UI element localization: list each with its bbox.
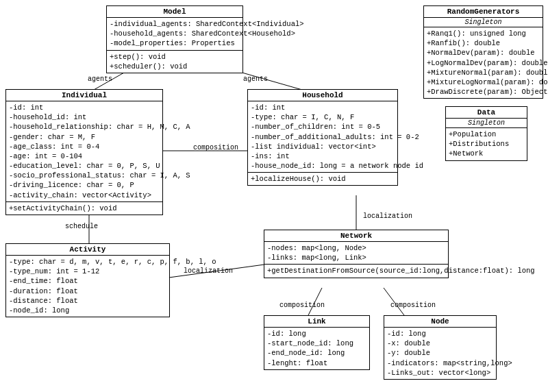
model-methods: +step(): void +scheduler(): void [107,51,242,73]
node-attributes: -id: long -x: double -y: double -indicat… [384,328,496,379]
link-class: Link -id: long -start_node_id: long -end… [264,315,370,370]
node-class: Node -id: long -x: double -y: double -in… [384,315,497,380]
composition-label-2: composition [279,302,325,309]
random-generators-methods: +Ranq1(): unsigned long +Ranfib(): doubl… [424,27,543,98]
link-attributes: -id: long -start_node_id: long -end_node… [264,328,369,369]
agents-label-right: agents [243,75,268,83]
individual-class-name: Individual [6,90,162,101]
localization-label-1: localization [363,212,412,220]
household-class-name: Household [248,90,397,101]
individual-class: Individual -id: int -household_id: int -… [5,89,163,215]
model-class-name: Model [107,6,242,18]
node-class-name: Node [384,316,496,328]
composition-label-3: composition [390,302,436,309]
agents-label-left: agents [88,75,112,83]
composition-label: composition [193,144,238,151]
model-attributes: -individual_agents: SharedContext<Indivi… [107,18,242,51]
schedule-label: schedule [65,223,98,230]
activity-class: Activity -type: char = d, m, v, t, e, r,… [5,243,170,317]
activity-attributes: -type: char = d, m, v, t, e, r, c, p, f,… [6,256,169,317]
household-class: Household -id: int -type: char = I, C, N… [247,89,398,186]
activity-class-name: Activity [6,244,169,256]
network-class: Network -nodes: map<long, Node> -links: … [264,230,449,278]
link-class-name: Link [264,316,369,328]
network-attributes: -nodes: map<long, Node> -links: map<long… [264,242,448,265]
model-class: Model -individual_agents: SharedContext<… [106,5,243,73]
random-generators-stereotype: Singleton [424,18,543,27]
random-generators-class: RandomGenerators Singleton +Ranq1(): uns… [423,5,543,99]
localization-label-2: localization [184,267,233,275]
network-methods: +getDestinationFromSource(source_id:long… [264,265,448,277]
data-class: Data Singleton +Population +Distribution… [445,106,527,161]
data-stereotype: Singleton [446,119,527,128]
network-class-name: Network [264,230,448,242]
data-attributes: +Population +Distributions +Network [446,128,527,160]
household-attributes: -id: int -type: char = I, C, N, F -numbe… [248,101,397,173]
data-class-name: Data [446,107,527,119]
random-generators-name: RandomGenerators [424,6,543,18]
individual-methods: +setActivityChain(): void [6,202,162,215]
individual-attributes: -id: int -household_id: int -household_r… [6,101,162,202]
diagram: Model -individual_agents: SharedContext<… [0,0,548,392]
household-methods: +localizeHouse(): void [248,173,397,185]
